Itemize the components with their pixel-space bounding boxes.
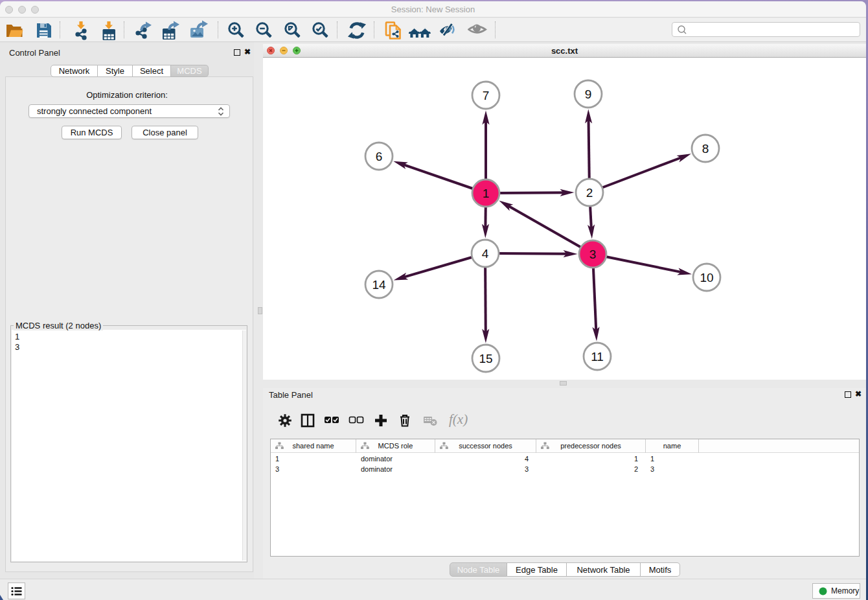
svg-text:9: 9 [585,87,592,101]
svg-text:14: 14 [372,278,386,292]
svg-text:8: 8 [702,142,709,156]
svg-text:10: 10 [700,271,713,284]
svg-text:6: 6 [376,150,383,163]
svg-text:2: 2 [586,186,593,200]
svg-text:1: 1 [483,187,490,200]
svg-text:15: 15 [479,352,492,365]
svg-text:11: 11 [591,350,604,363]
svg-text:7: 7 [483,89,490,102]
svg-text:4: 4 [482,247,489,260]
svg-text:3: 3 [589,248,597,261]
